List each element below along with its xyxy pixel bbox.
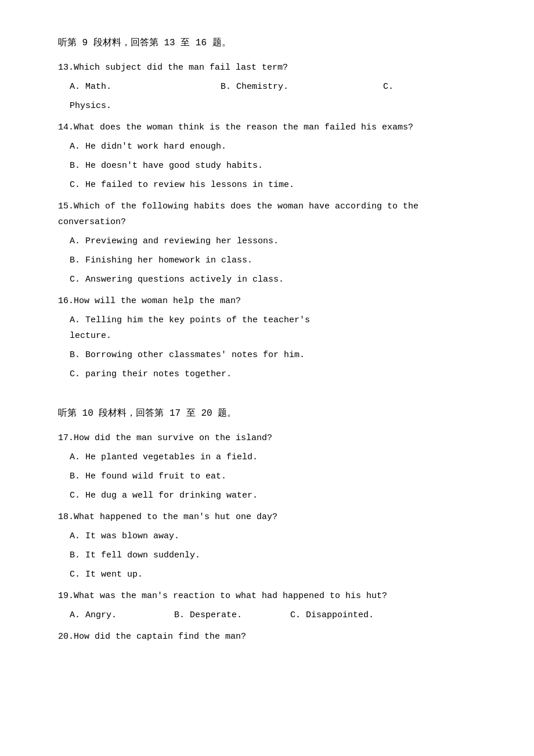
q19-option-c: C. Disappointed. xyxy=(290,607,374,623)
q19-option-a: A. Angry. xyxy=(70,607,151,623)
question-13: 13.Which subject did the man fail last t… xyxy=(58,60,488,114)
q17-option-c: C. He dug a well for drinking water. xyxy=(70,488,488,503)
q17-option-a: A. He planted vegetables in a field. xyxy=(70,449,488,465)
q15-option-a: A. Previewing and reviewing her lessons. xyxy=(70,233,488,249)
question-15: 15.Which of the following habits does th… xyxy=(58,199,488,287)
q16-option-b: B. Borrowing other classmates' notes for… xyxy=(70,347,488,363)
question-17: 17.How did the man survive on the island… xyxy=(58,430,488,503)
q17-text: 17.How did the man survive on the island… xyxy=(58,430,488,446)
q19-options: A. Angry. B. Desperate. C. Disappointed. xyxy=(70,607,488,623)
q13-text: 13.Which subject did the man fail last t… xyxy=(58,60,488,75)
q14-option-c: C. He failed to review his lessons in ti… xyxy=(70,177,488,193)
q18-option-b: B. It fell down suddenly. xyxy=(70,548,488,563)
q16-option-a-line1: A. Telling him the key points of the tea… xyxy=(70,312,488,328)
question-20: 20.How did the captain find the man? xyxy=(58,629,488,645)
q13-option-b: B. Chemistry. xyxy=(221,79,383,95)
q14-option-a: A. He didn't work hard enough. xyxy=(70,139,488,154)
q13-option-c: C. xyxy=(383,79,418,95)
question-19: 19.What was the man's reaction to what h… xyxy=(58,588,488,623)
q15-option-b: B. Finishing her homework in class. xyxy=(70,253,488,268)
q14-text: 14.What does the woman think is the reas… xyxy=(58,120,488,135)
question-14: 14.What does the woman think is the reas… xyxy=(58,120,488,193)
q15-text: 15.Which of the following habits does th… xyxy=(58,199,488,230)
q13-option-a: A. Math. xyxy=(70,79,221,95)
q13-physics: Physics. xyxy=(70,98,488,114)
q16-option-c: C. paring their notes together. xyxy=(70,366,488,382)
q19-option-b: B. Desperate. xyxy=(174,607,267,623)
q20-text: 20.How did the captain find the man? xyxy=(58,629,488,645)
section10-header: 听第 10 段材料，回答第 17 至 20 题。 xyxy=(58,405,488,422)
q18-option-a: A. It was blown away. xyxy=(70,528,488,544)
q19-text: 19.What was the man's reaction to what h… xyxy=(58,588,488,604)
q18-text: 18.What happened to the man's hut one da… xyxy=(58,509,488,525)
q15-option-c: C. Answering questions actively in class… xyxy=(70,272,488,287)
q16-text: 16.How will the woman help the man? xyxy=(58,293,488,309)
section9-header: 听第 9 段材料，回答第 13 至 16 题。 xyxy=(58,35,488,52)
q17-option-b: B. He found wild fruit to eat. xyxy=(70,469,488,484)
q13-options: A. Math. B. Chemistry. C. xyxy=(70,79,488,95)
question-18: 18.What happened to the man's hut one da… xyxy=(58,509,488,582)
q18-option-c: C. It went up. xyxy=(70,567,488,582)
question-16: 16.How will the woman help the man? A. T… xyxy=(58,293,488,382)
q14-option-b: B. He doesn't have good study habits. xyxy=(70,158,488,174)
q16-option-a-line2: lecture. xyxy=(70,328,488,344)
